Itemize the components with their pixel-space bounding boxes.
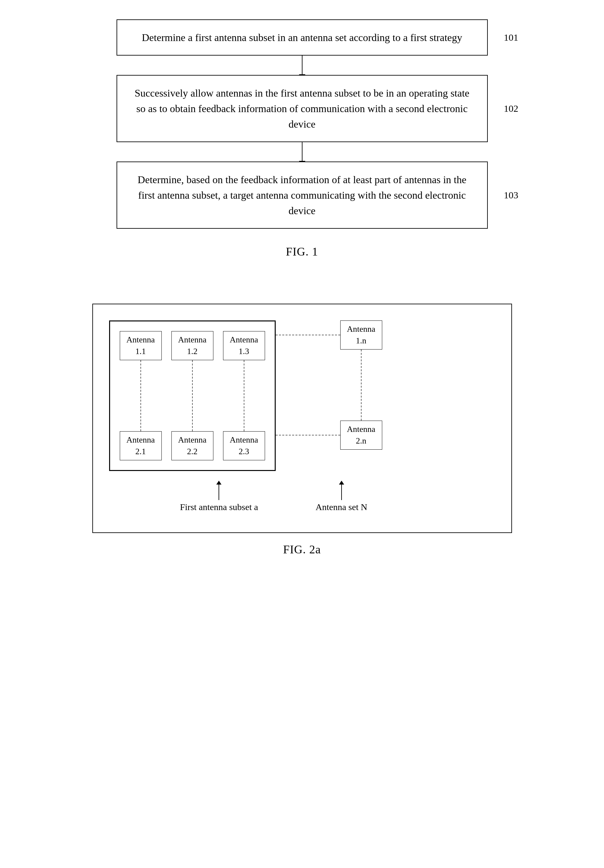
first-antenna-subset-box: Antenna1.1 Antenna1.2 Antenna1.3 [109,321,276,471]
flow-step-103: Determine, based on the feedback informa… [60,161,544,229]
antenna-2-3: Antenna2.3 [223,431,265,460]
antenna-1-n: Antenna1.n [340,321,382,350]
dashed-v-3 [223,360,265,431]
antenna-1-2: Antenna1.2 [171,331,213,360]
flow-box-103: Determine, based on the feedback informa… [117,161,488,229]
dashed-v-1 [120,360,162,431]
flowchart: Determine a first antenna subset in an a… [60,19,544,229]
flow-step-102: Successively allow antennas in the first… [60,75,544,142]
dashed-verticals-top [120,360,265,431]
arrow-101-102 [302,56,303,75]
step-label-103: 103 [504,190,519,201]
antenna-2-n: Antenna2.n [340,421,382,450]
flow-box-101: Determine a first antenna subset in an a… [117,19,488,56]
label-antenna-set-n: Antenna set N [316,502,368,512]
step-103-text: Determine, based on the feedback informa… [137,174,466,217]
diagram-content: Antenna1.1 Antenna1.2 Antenna1.3 [109,321,495,471]
page-container: Determine a first antenna subset in an a… [0,0,604,868]
antenna-1-3: Antenna1.3 [223,331,265,360]
fig2a-section: Antenna1.1 Antenna1.2 Antenna1.3 [60,304,544,556]
antenna-2-1: Antenna2.1 [120,431,162,460]
arrow-102-103 [302,142,303,161]
antenna-1-1: Antenna1.1 [120,331,162,360]
fig2a-caption: FIG. 2a [283,543,321,556]
step-label-102: 102 [504,103,519,114]
antenna-diagram: Antenna1.1 Antenna1.2 Antenna1.3 [92,304,512,533]
fig1-section: Determine a first antenna subset in an a… [60,19,544,259]
step-label-101: 101 [504,32,519,43]
bottom-antenna-row: Antenna2.1 Antenna2.2 Antenna2.3 [120,431,265,460]
flow-step-101: Determine a first antenna subset in an a… [60,19,544,56]
top-antenna-row: Antenna1.1 Antenna1.2 Antenna1.3 [120,331,265,360]
label-first-antenna-subset: First antenna subset a [180,502,258,512]
dashed-v-2 [171,360,213,431]
antenna-2-2: Antenna2.2 [171,431,213,460]
flow-box-102: Successively allow antennas in the first… [117,75,488,142]
step-102-text: Successively allow antennas in the first… [134,87,470,130]
step-101-text: Determine a first antenna subset in an a… [142,32,462,43]
fig1-caption: FIG. 1 [286,245,318,259]
